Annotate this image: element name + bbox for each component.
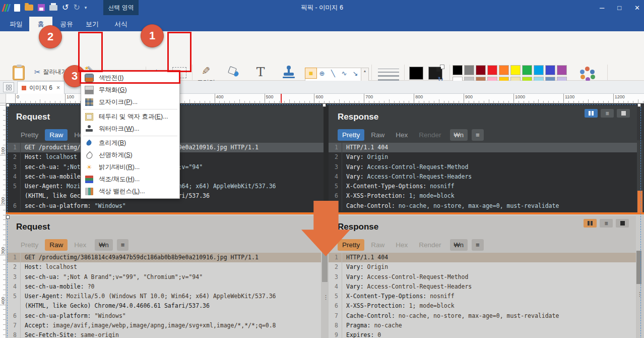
ribbon-tab-row: 파일 홈 공유 보기 서식 xyxy=(0,15,644,31)
selection-handle[interactable] xyxy=(6,103,10,107)
arrow-shape[interactable]: ↘ xyxy=(350,68,361,78)
menu-item-mosaic[interactable]: 모자이크(P)... xyxy=(81,96,179,108)
http-line: 6X-XSS-Protection: 1; mode=block xyxy=(329,191,637,201)
circle-plus-shape[interactable]: ⊕ xyxy=(316,68,328,78)
scrollbar-thumb[interactable] xyxy=(636,251,641,284)
ruler-label: 500 xyxy=(266,94,274,99)
new-file-icon[interactable] xyxy=(14,4,20,12)
tab-hex[interactable]: Hex xyxy=(70,239,91,251)
customize-toolbar-icon[interactable]: ▾ xyxy=(85,5,87,10)
palette-swatch[interactable] xyxy=(534,65,544,75)
menu-item-brightness[interactable]: ☀밝기/대비(R)... xyxy=(81,161,179,174)
palette-swatch[interactable] xyxy=(499,65,509,75)
menu-item-hue[interactable]: 색조/채도(H)... xyxy=(81,173,179,185)
palette-swatch[interactable] xyxy=(522,65,532,75)
single-pane-icon[interactable] xyxy=(617,109,630,118)
menu-item-grayscale[interactable]: 무채화(G) xyxy=(81,84,179,96)
scrollbar-bottom-response[interactable]: ⋮ xyxy=(636,251,642,338)
splitter-handle-icon[interactable]: ⋮ xyxy=(637,291,642,298)
single-pane-icon[interactable] xyxy=(616,219,629,228)
open-folder-icon[interactable] xyxy=(25,5,33,11)
scrollbar-thumb[interactable] xyxy=(637,191,642,212)
palette-swatch[interactable] xyxy=(453,65,463,75)
editor-menu-button[interactable]: ≡ xyxy=(472,239,484,251)
selection-handle[interactable] xyxy=(637,103,641,107)
editor-menu-button[interactable]: ≡ xyxy=(117,239,129,251)
document-tab[interactable]: 이미지 6 × xyxy=(17,81,65,94)
undo-icon[interactable]: ↺ xyxy=(62,4,69,12)
curve-shape[interactable]: ∿ xyxy=(339,68,350,78)
tab-format[interactable]: 서식 xyxy=(106,17,136,31)
close-button[interactable]: ✕ xyxy=(634,4,640,12)
tab-pretty[interactable]: Pretty xyxy=(16,129,43,141)
thumbnail-view-button[interactable] xyxy=(3,82,14,92)
http-line: 5User-Agent: Mozilla/5.0 (Windows NT 10.… xyxy=(7,292,321,301)
cut-button[interactable]: ✂잘라내기 xyxy=(34,68,68,76)
picpick-window: ↺ ↻ ▾ 선택 영역 픽픽 - 이미지 6 ─ □ ✕ 파일 홈 공유 보기 … xyxy=(0,0,644,338)
show-newlines-button[interactable]: ₩n xyxy=(450,239,468,251)
redo-icon[interactable]: ↻ xyxy=(73,4,80,12)
scissors-icon: ✂ xyxy=(34,68,41,76)
splitter-handle-icon[interactable]: ⋮ xyxy=(323,294,329,301)
columns-layout-icon[interactable] xyxy=(585,109,598,118)
menu-item-sharpen[interactable]: 선명하게(S) xyxy=(81,149,179,161)
selection-handle[interactable] xyxy=(323,103,326,107)
scrollbar-top-response[interactable] xyxy=(637,140,643,212)
color1-swatch xyxy=(409,67,423,80)
swap-colors-icon[interactable] xyxy=(436,65,444,72)
burp-response-panel-top: Response≡PrettyRawHexRender₩n≡1HTTP/1.1 … xyxy=(329,106,637,213)
hamburger-icon[interactable]: ≡ xyxy=(600,219,613,228)
filled-rect-shape[interactable]: ■ xyxy=(305,68,316,78)
line-shape[interactable]: ╲ xyxy=(328,68,339,78)
http-line: 1HTTP/1.1 404 xyxy=(329,143,637,152)
palette-swatch[interactable] xyxy=(487,65,497,75)
tab-pretty[interactable]: Pretty xyxy=(16,239,43,251)
palette-swatch[interactable] xyxy=(510,65,521,75)
tab-hex[interactable]: Hex xyxy=(391,129,412,141)
editor-menu-button[interactable]: ≡ xyxy=(472,129,484,141)
burp-request-panel-bottom: RequestPrettyRawHex₩n≡1GET /productimg/3… xyxy=(7,216,321,338)
save-icon[interactable] xyxy=(38,4,45,11)
panel-splitter-top[interactable] xyxy=(324,103,329,214)
menu-item-frame[interactable]: 테두리 및 액자 효과(E)... xyxy=(81,110,179,123)
tab-render[interactable]: Render xyxy=(414,239,445,251)
palette-swatch[interactable] xyxy=(464,65,474,75)
http-line: 8Sec-Fetch-Site: same-origin xyxy=(7,330,321,338)
selection-handle[interactable] xyxy=(6,215,10,219)
menu-item-watermark[interactable]: 워터마크(W)... xyxy=(81,123,179,135)
show-newlines-button[interactable]: ₩n xyxy=(95,239,113,251)
palette-swatch[interactable] xyxy=(476,65,486,75)
tab-raw[interactable]: Raw xyxy=(366,239,389,251)
menu-item-blur[interactable]: 흐리게(B) xyxy=(81,137,179,149)
minimize-button[interactable]: ─ xyxy=(600,4,604,12)
tab-hex[interactable]: Hex xyxy=(391,239,412,251)
menu-item-balance[interactable]: 색상 밸런스(L)... xyxy=(81,185,179,197)
stamp-icon xyxy=(282,66,295,79)
show-newlines-button[interactable]: ₩n xyxy=(450,129,468,141)
scroll-up-icon[interactable]: ▲ xyxy=(363,69,367,73)
tab-pretty[interactable]: Pretty xyxy=(338,239,364,251)
step-badge-1: 1 xyxy=(141,24,164,47)
http-line: 5X-Content-Type-Options: nosniff xyxy=(329,292,636,301)
tab-file[interactable]: 파일 xyxy=(4,17,28,31)
ruler-label: 200 xyxy=(1,194,6,207)
ruler-label: 0 xyxy=(17,94,19,99)
tab-pretty[interactable]: Pretty xyxy=(338,129,364,141)
http-line: 6X-XSS-Protection: 1; mode=block xyxy=(329,301,636,311)
close-tab-icon[interactable]: × xyxy=(56,84,60,91)
columns-layout-icon[interactable] xyxy=(584,219,597,228)
palette-swatch[interactable] xyxy=(545,65,555,75)
tab-raw[interactable]: Raw xyxy=(45,239,68,251)
http-line: 3Vary: Access-Control-Request-Method xyxy=(329,162,637,172)
palette-swatch[interactable] xyxy=(557,65,567,75)
brush-icon: ✎ xyxy=(202,66,211,76)
print-icon[interactable] xyxy=(49,5,57,11)
tab-raw[interactable]: Raw xyxy=(366,129,389,141)
tab-render[interactable]: Render xyxy=(414,129,445,141)
scrollbar-thumb[interactable] xyxy=(322,251,328,282)
tab-view[interactable]: 보기 xyxy=(80,17,105,31)
tab-raw[interactable]: Raw xyxy=(45,129,68,141)
hamburger-icon[interactable]: ≡ xyxy=(601,109,614,118)
http-line: 7Cache-Control: no-cache, no-store, max-… xyxy=(329,311,636,321)
maximize-button[interactable]: □ xyxy=(617,4,621,12)
